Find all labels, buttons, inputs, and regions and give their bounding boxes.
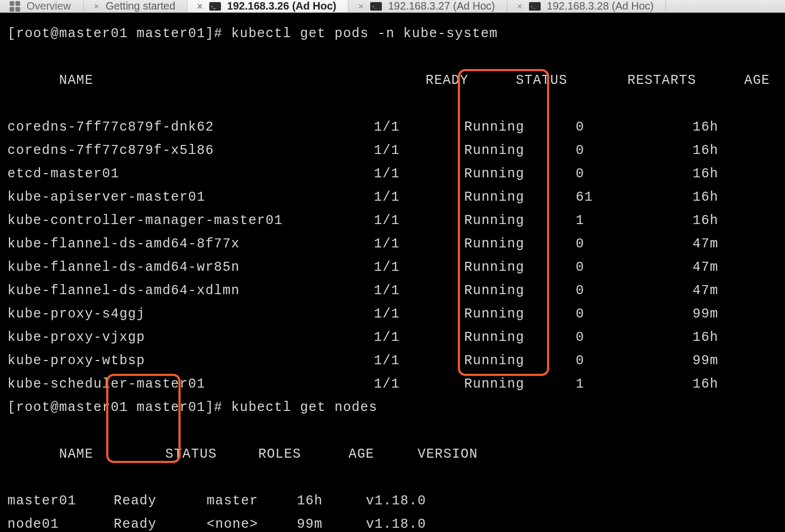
pods-name: kube-scheduler-master01 <box>7 373 374 396</box>
nodes-name: node01 <box>7 513 114 532</box>
pods-name: kube-proxy-vjxgp <box>7 326 374 349</box>
terminal-icon <box>370 2 382 11</box>
tab-label: 192.168.3.26 (Ad Hoc) <box>227 0 337 12</box>
pods-status: Running <box>464 116 576 139</box>
close-icon[interactable]: × <box>358 2 364 11</box>
pods-restarts: 0 <box>576 162 693 186</box>
pods-row: kube-flannel-ds-amd64-8f77x1/1Running047… <box>7 233 778 256</box>
pods-name: kube-flannel-ds-amd64-wr85n <box>7 256 374 279</box>
tab-bar: Overview ×Getting started×192.168.3.26 (… <box>0 0 785 13</box>
terminal-pane[interactable]: [root@master01 master01]# kubectl get po… <box>0 13 785 532</box>
pods-age: 16h <box>693 326 719 349</box>
pods-restarts: 0 <box>576 279 693 303</box>
pods-status: Running <box>464 303 576 326</box>
pods-age: 16h <box>693 373 719 396</box>
pods-age: 16h <box>693 162 719 186</box>
pods-status: Running <box>464 186 576 209</box>
pods-row: kube-controller-manager-master011/1Runni… <box>7 209 778 233</box>
pods-ready: 1/1 <box>374 186 464 209</box>
pods-ready: 1/1 <box>374 116 464 139</box>
close-icon[interactable]: × <box>93 2 99 11</box>
pods-restarts: 0 <box>576 349 693 373</box>
tab-label: Getting started <box>106 0 175 12</box>
pods-restarts: 1 <box>576 209 693 233</box>
pods-age: 47m <box>693 279 719 303</box>
nodes-roles: master <box>207 490 297 513</box>
pods-restarts: 0 <box>576 326 693 349</box>
pods-ready: 1/1 <box>374 279 464 303</box>
tab-2[interactable]: ×192.168.3.27 (Ad Hoc) <box>348 0 507 12</box>
nodes-version: v1.18.0 <box>366 490 426 513</box>
pods-restarts: 0 <box>576 303 693 326</box>
nodes-status: Ready <box>114 513 207 532</box>
tab-0[interactable]: ×Getting started <box>84 0 187 12</box>
pods-age: 47m <box>693 233 719 256</box>
pods-row: kube-apiserver-master011/1Running6116h <box>7 186 778 209</box>
pods-row: coredns-7ff77c879f-x5l861/1Running016h <box>7 139 778 162</box>
pods-name: kube-flannel-ds-amd64-8f77x <box>7 233 374 256</box>
nodes-header-row: NAMESTATUSROLESAGEVERSION <box>7 419 778 490</box>
pods-row: etcd-master011/1Running016h <box>7 162 778 186</box>
nodes-roles: <none> <box>207 513 297 532</box>
pods-name: coredns-7ff77c879f-x5l86 <box>7 139 374 162</box>
terminal-icon <box>209 2 221 11</box>
nodes-age: 16h <box>297 490 366 513</box>
prompt-line-1: [root@master01 master01]# kubectl get po… <box>7 22 778 46</box>
pods-status: Running <box>464 326 576 349</box>
pods-name: kube-controller-manager-master01 <box>7 209 374 233</box>
pods-name: etcd-master01 <box>7 162 374 186</box>
tab-3[interactable]: ×192.168.3.28 (Ad Hoc) <box>507 0 666 12</box>
pods-age: 16h <box>693 209 719 233</box>
pods-status: Running <box>464 233 576 256</box>
overview-tab[interactable]: Overview <box>0 0 84 12</box>
pods-ready: 1/1 <box>374 349 464 373</box>
pods-row: coredns-7ff77c879f-dnk621/1Running016h <box>7 116 778 139</box>
pods-row: kube-scheduler-master011/1Running116h <box>7 373 778 396</box>
prompt-line-2: [root@master01 master01]# kubectl get no… <box>7 396 778 419</box>
tab-label: 192.168.3.27 (Ad Hoc) <box>388 0 495 12</box>
nodes-version: v1.18.0 <box>366 513 426 532</box>
pods-status: Running <box>464 373 576 396</box>
pods-name: kube-flannel-ds-amd64-xdlmn <box>7 279 374 303</box>
tab-1[interactable]: ×192.168.3.26 (Ad Hoc) <box>187 0 348 12</box>
pods-row: kube-proxy-wtbsp1/1Running099m <box>7 349 778 373</box>
nodes-name: master01 <box>7 490 114 513</box>
pods-status: Running <box>464 209 576 233</box>
pods-name: kube-proxy-s4ggj <box>7 303 374 326</box>
pods-restarts: 0 <box>576 116 693 139</box>
pods-restarts: 61 <box>576 186 693 209</box>
close-icon[interactable]: × <box>517 2 523 11</box>
pods-ready: 1/1 <box>374 233 464 256</box>
pods-age: 16h <box>693 186 719 209</box>
pods-age: 99m <box>693 349 719 373</box>
pods-restarts: 0 <box>576 139 693 162</box>
pods-name: coredns-7ff77c879f-dnk62 <box>7 116 374 139</box>
pods-ready: 1/1 <box>374 209 464 233</box>
terminal-icon <box>529 2 541 11</box>
pods-ready: 1/1 <box>374 139 464 162</box>
pods-age: 47m <box>693 256 719 279</box>
close-icon[interactable]: × <box>197 2 203 11</box>
pods-ready: 1/1 <box>374 373 464 396</box>
overview-label: Overview <box>27 0 71 12</box>
pods-age: 99m <box>693 303 719 326</box>
pods-row: kube-proxy-s4ggj1/1Running099m <box>7 303 778 326</box>
pods-status: Running <box>464 349 576 373</box>
tab-label: 192.168.3.28 (Ad Hoc) <box>547 0 654 12</box>
nodes-age: 99m <box>297 513 366 532</box>
pods-restarts: 1 <box>576 373 693 396</box>
pods-header-row: NAMEREADYSTATUSRESTARTSAGE <box>7 46 778 116</box>
nodes-row: master01Readymaster16hv1.18.0 <box>7 490 778 513</box>
pods-row: kube-flannel-ds-amd64-wr85n1/1Running047… <box>7 256 778 279</box>
pods-row: kube-proxy-vjxgp1/1Running016h <box>7 326 778 349</box>
pods-name: kube-apiserver-master01 <box>7 186 374 209</box>
nodes-status: Ready <box>114 490 207 513</box>
pods-name: kube-proxy-wtbsp <box>7 349 374 373</box>
pods-restarts: 0 <box>576 256 693 279</box>
pods-status: Running <box>464 139 576 162</box>
pods-restarts: 0 <box>576 233 693 256</box>
grid-icon <box>10 1 20 12</box>
pods-ready: 1/1 <box>374 303 464 326</box>
pods-age: 16h <box>693 139 719 162</box>
app-window: Overview ×Getting started×192.168.3.26 (… <box>0 0 785 532</box>
